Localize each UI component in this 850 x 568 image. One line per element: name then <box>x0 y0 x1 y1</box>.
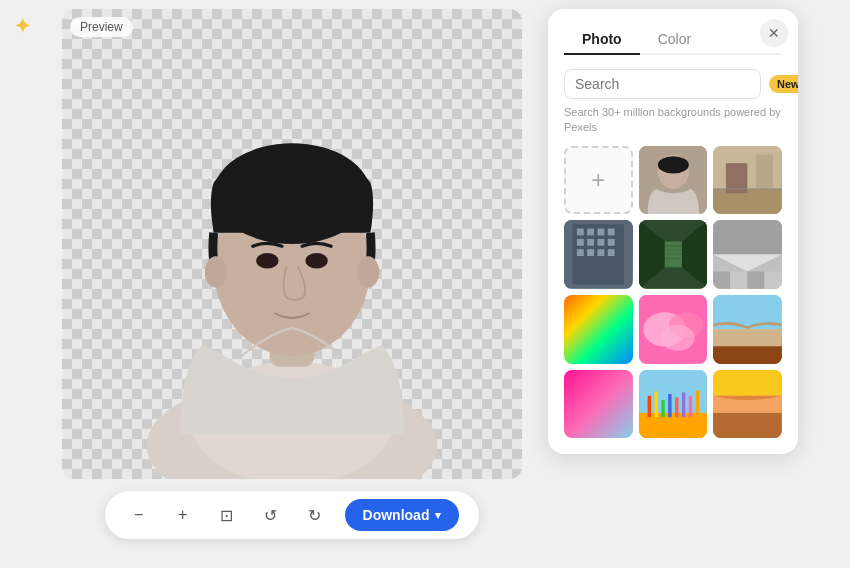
add-icon: + <box>591 166 605 194</box>
svg-rect-61 <box>713 413 782 439</box>
svg-rect-48 <box>713 347 782 364</box>
search-row: New <box>564 69 782 99</box>
svg-rect-58 <box>695 390 698 417</box>
svg-rect-53 <box>661 400 664 417</box>
background-item-corridor[interactable] <box>639 220 708 289</box>
background-item-sand[interactable] <box>713 370 782 439</box>
background-item-desert[interactable] <box>713 295 782 364</box>
svg-point-5 <box>256 253 278 269</box>
background-item-pink-cloud[interactable] <box>639 295 708 364</box>
svg-rect-30 <box>608 250 615 257</box>
tab-bar: Photo Color <box>564 25 782 55</box>
svg-rect-41 <box>765 272 782 289</box>
svg-rect-40 <box>748 272 765 289</box>
svg-rect-23 <box>577 239 584 246</box>
search-input[interactable] <box>564 69 761 99</box>
svg-rect-56 <box>682 392 685 417</box>
svg-rect-55 <box>675 397 678 417</box>
svg-rect-51 <box>647 396 650 417</box>
svg-rect-15 <box>756 154 773 188</box>
tab-color[interactable]: Color <box>640 25 709 55</box>
svg-rect-57 <box>688 396 691 417</box>
download-chevron: ▾ <box>435 509 441 522</box>
svg-rect-29 <box>597 250 604 257</box>
svg-rect-47 <box>713 329 782 346</box>
zoom-in-button[interactable]: + <box>169 501 197 529</box>
svg-rect-52 <box>654 391 657 417</box>
background-item-gradient1[interactable] <box>564 295 633 364</box>
svg-point-45 <box>660 325 694 351</box>
svg-rect-22 <box>608 229 615 236</box>
loading-icon: ✦ <box>14 14 31 38</box>
download-button[interactable]: Download ▾ <box>345 499 460 531</box>
background-grid: + <box>564 146 782 439</box>
background-item-building[interactable] <box>564 220 633 289</box>
svg-rect-25 <box>597 239 604 246</box>
main-area: Preview <box>52 9 798 539</box>
background-grid-scroll: + <box>564 146 782 439</box>
person-image <box>62 9 522 479</box>
download-label: Download <box>363 507 430 523</box>
background-item-colorful[interactable] <box>564 370 633 439</box>
new-badge: New <box>769 75 798 93</box>
svg-rect-37 <box>713 220 782 254</box>
background-item-person[interactable] <box>639 146 708 215</box>
preview-container: Preview <box>52 9 532 539</box>
svg-rect-60 <box>713 370 782 396</box>
zoom-out-button[interactable]: − <box>125 501 153 529</box>
svg-rect-19 <box>577 229 584 236</box>
svg-rect-39 <box>730 272 747 289</box>
svg-point-8 <box>357 256 379 287</box>
close-button[interactable]: ✕ <box>760 19 788 47</box>
toolbar: − + ⊡ ↺ ↻ Download ▾ <box>105 491 480 539</box>
close-icon: ✕ <box>768 25 780 41</box>
svg-point-11 <box>658 156 689 173</box>
preview-label: Preview <box>70 17 133 37</box>
svg-rect-21 <box>597 229 604 236</box>
svg-point-7 <box>205 256 227 287</box>
undo-button[interactable]: ↺ <box>257 501 285 529</box>
background-item-hallway[interactable] <box>713 220 782 289</box>
svg-rect-54 <box>668 394 671 417</box>
background-item-interior[interactable] <box>713 146 782 215</box>
svg-rect-26 <box>608 239 615 246</box>
search-hint: Search 30+ million backgrounds powered b… <box>564 105 782 136</box>
redo-button[interactable]: ↻ <box>301 501 329 529</box>
background-item-beach[interactable] <box>639 370 708 439</box>
svg-rect-38 <box>713 272 730 289</box>
svg-point-6 <box>305 253 327 269</box>
svg-rect-28 <box>587 250 594 257</box>
svg-rect-24 <box>587 239 594 246</box>
background-panel: ✕ Photo Color New Search 30+ million bac… <box>548 9 798 454</box>
compare-button[interactable]: ⊡ <box>213 501 241 529</box>
svg-rect-20 <box>587 229 594 236</box>
add-background-button[interactable]: + <box>564 146 633 215</box>
tab-photo[interactable]: Photo <box>564 25 640 55</box>
canvas-area: Preview <box>62 9 522 479</box>
svg-rect-27 <box>577 250 584 257</box>
